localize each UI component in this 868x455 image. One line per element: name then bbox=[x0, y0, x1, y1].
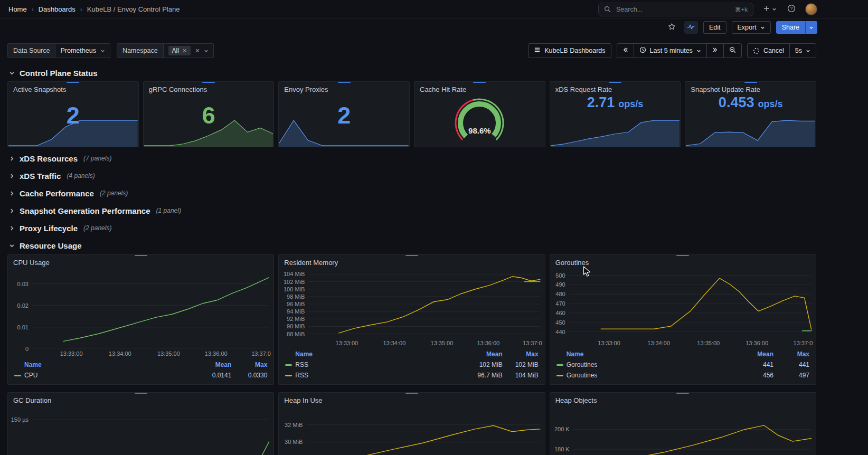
chart-plot-area[interactable] bbox=[569, 270, 812, 338]
chart-plot-area[interactable] bbox=[573, 407, 812, 455]
row-resource-usage[interactable]: Resource Usage bbox=[7, 239, 816, 252]
panel-title[interactable]: Heap In Use bbox=[279, 393, 544, 405]
zoom-out-icon bbox=[729, 46, 736, 55]
legend-name-header[interactable]: Name bbox=[285, 350, 466, 358]
star-dashboard-button[interactable] bbox=[665, 21, 679, 34]
legend-name-header[interactable]: Name bbox=[556, 350, 738, 358]
insights-button[interactable] bbox=[684, 21, 698, 34]
time-shift-forward-button[interactable] bbox=[706, 43, 724, 58]
legend-name-header[interactable]: Name bbox=[14, 361, 195, 368]
panel-loading-indicator bbox=[744, 82, 757, 83]
nav-actions: ⌘+k ? bbox=[598, 3, 817, 16]
datasource-select[interactable]: Prometheus bbox=[55, 43, 110, 58]
panel-envoy-proxies: Envoy Proxies 2 bbox=[278, 81, 410, 147]
spinner-icon bbox=[753, 48, 760, 54]
row-cache-performance[interactable]: Cache Performance (2 panels) bbox=[7, 187, 816, 200]
legend-series-label[interactable]: CPU bbox=[14, 372, 195, 379]
namespace-label: Namespace bbox=[117, 43, 164, 58]
row-snapshot-generation-performance[interactable]: Snapshot Generation Performance (1 panel… bbox=[7, 204, 816, 217]
resident-memory-chart: 104 MiB102 MiB100 MiB98 MiB96 MiB94 MiB9… bbox=[279, 268, 544, 384]
panel-title[interactable]: Heap Objects bbox=[550, 393, 816, 405]
time-range-group: Last 5 minutes bbox=[617, 43, 742, 58]
clock-icon bbox=[639, 46, 646, 55]
legend-max-header[interactable]: Max bbox=[233, 361, 267, 368]
goroutines-chart: 50049048047046045044013:33:0013:34:0013:… bbox=[550, 268, 816, 384]
breadcrumb-home[interactable]: Home bbox=[8, 5, 27, 13]
share-button[interactable]: Share bbox=[776, 21, 805, 34]
edit-button[interactable]: Edit bbox=[703, 21, 727, 34]
panel-loading-indicator bbox=[338, 82, 351, 83]
search-input[interactable] bbox=[615, 5, 731, 14]
row-title: xDS Resources bbox=[20, 154, 78, 163]
row-xds-resources[interactable]: xDS Resources (7 panels) bbox=[7, 152, 816, 165]
panel-title[interactable]: Goroutines bbox=[550, 255, 816, 268]
panel-title[interactable]: Resident Memory bbox=[279, 255, 544, 268]
panel-title[interactable]: Cache Hit Rate bbox=[414, 82, 545, 94]
legend-mean-header[interactable]: Mean bbox=[469, 350, 503, 358]
panel-title[interactable]: Snapshot Update Rate bbox=[685, 82, 816, 94]
namespace-chip[interactable]: All ✕ bbox=[168, 46, 191, 55]
datasource-label: Data Source bbox=[7, 43, 55, 58]
legend-mean-header[interactable]: Mean bbox=[197, 361, 231, 368]
panel-title[interactable]: xDS Request Rate bbox=[550, 82, 681, 94]
refresh-interval-picker[interactable]: 5s bbox=[789, 43, 816, 58]
chart-plot-area[interactable] bbox=[32, 407, 269, 455]
help-button[interactable]: ? bbox=[786, 3, 797, 15]
legend-max-header[interactable]: Max bbox=[776, 350, 809, 358]
row-proxy-lifecycle[interactable]: Proxy Lifecycle (2 panels) bbox=[7, 222, 816, 234]
chart-plot-area[interactable] bbox=[32, 270, 269, 349]
panel-title[interactable]: Envoy Proxies bbox=[279, 82, 409, 94]
chart-plot-area[interactable] bbox=[308, 270, 540, 338]
cancel-label: Cancel bbox=[763, 47, 784, 54]
search-box[interactable]: ⌘+k bbox=[598, 3, 753, 16]
panel-loading-indicator bbox=[676, 393, 689, 394]
panel-title[interactable]: GC Duration bbox=[8, 393, 273, 405]
zoom-out-time-button[interactable] bbox=[723, 43, 742, 58]
legend-max-value: 0.0330 bbox=[233, 372, 267, 379]
legend-max-value: 497 bbox=[776, 372, 809, 379]
legend-series-label[interactable]: Goroutines bbox=[556, 372, 738, 379]
gauge: 98.6% bbox=[414, 94, 545, 147]
panel-loading-indicator bbox=[67, 82, 79, 83]
row-panel-count: (2 panels) bbox=[83, 224, 111, 232]
clear-selection-icon[interactable]: ✕ bbox=[195, 48, 200, 54]
kubelb-dashboards-button[interactable]: KubeLB Dashboards bbox=[528, 43, 611, 58]
chevron-down-icon bbox=[204, 49, 209, 53]
export-button[interactable]: Export bbox=[732, 21, 771, 34]
time-range-picker[interactable]: Last 5 minutes bbox=[634, 43, 707, 58]
time-shift-back-button[interactable] bbox=[617, 43, 634, 58]
panel-title[interactable]: gRPC Connections bbox=[144, 82, 274, 94]
cancel-refresh-button[interactable]: Cancel bbox=[747, 43, 790, 58]
legend-mean-header[interactable]: Mean bbox=[740, 350, 773, 358]
add-new-button[interactable] bbox=[762, 4, 778, 15]
namespace-select[interactable]: All ✕ ✕ bbox=[164, 43, 214, 58]
legend-series-label[interactable]: RSS bbox=[285, 372, 466, 379]
legend-series-label[interactable]: Goroutines bbox=[556, 361, 738, 368]
x-axis-labels: 13:33:0013:34:0013:35:0013:36:0013:37:0 bbox=[308, 338, 540, 347]
legend-series-label[interactable]: RSS bbox=[285, 361, 466, 368]
panel-title[interactable]: CPU Usage bbox=[8, 255, 273, 268]
datasource-variable: Data Source Prometheus bbox=[7, 43, 110, 58]
row-title: Resource Usage bbox=[20, 241, 82, 250]
chart-legend: NameMeanMaxRSS102 MiB102 MiBRSS96.7 MiB1… bbox=[279, 347, 540, 382]
panel-gc-duration: GC Duration 150 µs bbox=[7, 392, 274, 455]
breadcrumb-dashboards[interactable]: Dashboards bbox=[39, 5, 76, 13]
share-menu-button[interactable] bbox=[805, 21, 817, 34]
template-variables: Data Source Prometheus Namespace All ✕ ✕ bbox=[7, 43, 214, 58]
chip-remove-icon[interactable]: ✕ bbox=[182, 48, 187, 54]
legend-max-header[interactable]: Max bbox=[505, 350, 539, 358]
heap-in-use-chart: 32 MiB30 MiB bbox=[279, 405, 544, 455]
row-control-plane-status[interactable]: Control Plane Status bbox=[7, 67, 816, 79]
namespace-chip-label: All bbox=[172, 47, 179, 54]
panel-title[interactable]: Active Snapshots bbox=[8, 82, 138, 94]
svg-text:?: ? bbox=[790, 6, 793, 11]
legend-row: CPU0.01410.0330 bbox=[14, 370, 267, 381]
chart-plot-area[interactable] bbox=[306, 407, 540, 455]
user-avatar[interactable] bbox=[805, 3, 817, 15]
row-xds-traffic[interactable]: xDS Traffic (4 panels) bbox=[7, 169, 816, 182]
breadcrumb: Home › Dashboards › KubeLB / Envoy Contr… bbox=[8, 5, 180, 13]
row-title: Snapshot Generation Performance bbox=[20, 206, 150, 215]
panel-xds-request-rate: xDS Request Rate 2.71 ops/s bbox=[550, 81, 681, 147]
plus-icon bbox=[763, 5, 770, 14]
y-axis-labels: 500490480470460450440 bbox=[550, 270, 569, 338]
